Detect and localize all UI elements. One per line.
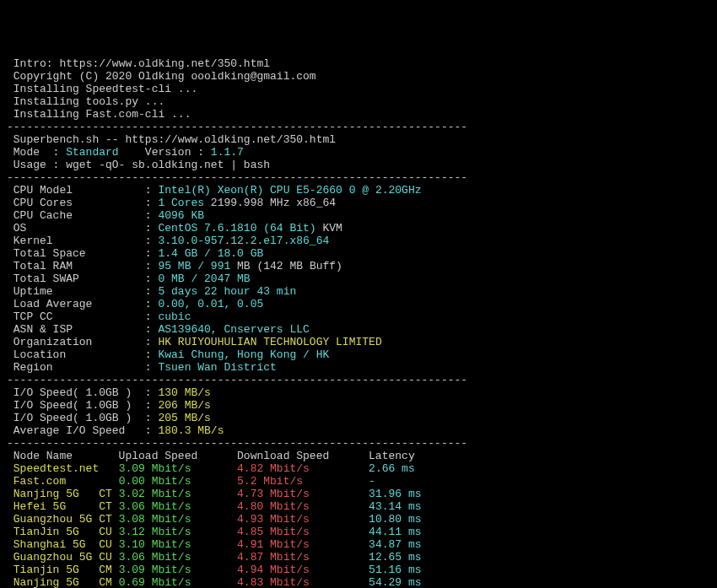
upload-speed: 3.06 Mbit/s (119, 500, 237, 513)
total-space-label: Total Space (7, 247, 138, 260)
download-speed: 4.91 Mbit/s (237, 538, 369, 551)
download-speed: 4.87 Mbit/s (237, 551, 369, 564)
colon: : (138, 285, 158, 298)
os-label: OS (7, 222, 138, 235)
node-name: Guangzhou 5G CT (7, 513, 119, 526)
separator: ----------------------------------------… (7, 374, 467, 386)
colon: : (138, 323, 158, 336)
copyright: Copyright (C) 2020 Oldking oooldking@gma… (7, 70, 316, 83)
colon: : (138, 260, 158, 272)
io-speed-avg-value: 180.3 MB/s (158, 424, 224, 437)
latency: 51.16 ms (369, 564, 421, 576)
io-speed-3-value: 205 MB/s (158, 412, 210, 424)
colon: : (132, 412, 158, 424)
download-speed: 4.82 Mbit/s (237, 462, 369, 475)
upload-speed: 3.09 Mbit/s (119, 462, 237, 475)
cpu-cores-extra: 2199.998 MHz x86_64 (204, 197, 336, 209)
load-avg-label: Load Average (7, 298, 138, 310)
download-speed: 4.85 Mbit/s (237, 526, 369, 538)
colon: : (138, 336, 158, 348)
asn-isp-value: AS139640, Cnservers LLC (158, 323, 309, 336)
org-value: HK RUIYOUHULIAN TECHNOLOGY LIMITED (158, 336, 381, 348)
total-ram-extra: MB (142 MB Buff) (230, 260, 342, 272)
separator: ----------------------------------------… (7, 121, 467, 133)
colon: : (138, 272, 158, 285)
upload-speed: 3.08 Mbit/s (119, 513, 237, 526)
latency: 12.65 ms (369, 551, 421, 564)
cpu-model-value: Intel(R) Xeon(R) CPU E5-2660 0 @ 2.20GHz (158, 184, 421, 197)
io-speed-1-label: I/O Speed( 1.0GB ) (7, 386, 132, 399)
separator: ----------------------------------------… (7, 171, 467, 184)
upload-speed: 3.09 Mbit/s (119, 564, 237, 576)
cpu-model-label: CPU Model (7, 184, 138, 197)
version-value: 1.1.7 (211, 146, 244, 159)
upload-speed: 3.02 Mbit/s (119, 488, 237, 500)
total-ram-label: Total RAM (7, 260, 138, 272)
kernel-label: Kernel (7, 235, 138, 247)
latency: 2.66 ms (369, 462, 415, 475)
colon: : (138, 247, 158, 260)
colon: : (132, 399, 158, 412)
install-line: Installing Speedtest-cli ... (7, 83, 197, 95)
mode-value: Standard (66, 146, 118, 159)
install-line: Installing tools.py ... (7, 95, 164, 108)
upload-speed: 0.69 Mbit/s (119, 576, 237, 588)
tcp-cc-label: TCP CC (7, 310, 138, 323)
colon: : (138, 209, 158, 222)
total-space-value: 1.4 GB / 18.0 GB (158, 247, 263, 260)
bench-title: Superbench.sh -- https://www.oldking.net… (7, 133, 336, 146)
colon: : (138, 184, 158, 197)
upload-speed: 3.10 Mbit/s (119, 538, 237, 551)
cpu-cores-label: CPU Cores (7, 197, 138, 209)
install-line: Installing Fast.com-cli ... (7, 108, 191, 121)
latency: 54.29 ms (369, 576, 421, 588)
download-speed: 4.73 Mbit/s (237, 488, 369, 500)
io-speed-3-label: I/O Speed( 1.0GB ) (7, 412, 132, 424)
colon: : (138, 197, 158, 209)
terminal-output: Intro: https://www.oldking.net/350.html … (7, 57, 710, 588)
net-header: Node Name Upload Speed Download Speed La… (7, 450, 415, 462)
upload-speed: 3.06 Mbit/s (119, 551, 237, 564)
colon: : (132, 424, 158, 437)
cpu-cache-value: 4096 KB (158, 209, 204, 222)
colon: : (132, 386, 158, 399)
location-label: Location (7, 348, 138, 361)
latency: 44.11 ms (369, 526, 421, 538)
latency: 43.14 ms (369, 500, 421, 513)
intro-label: Intro: (7, 57, 59, 70)
kernel-value: 3.10.0-957.12.2.el7.x86_64 (158, 235, 329, 247)
node-name: Hefei 5G CT (7, 500, 119, 513)
colon: : (138, 298, 158, 310)
io-speed-avg-label: Average I/O Speed (7, 424, 132, 437)
node-name: Nanjing 5G CM (7, 576, 119, 588)
region-label: Region (7, 361, 138, 374)
io-speed-1-value: 130 MB/s (158, 386, 210, 399)
os-value: CentOS 7.6.1810 (64 Bit) (158, 222, 315, 235)
colon: : (138, 222, 158, 235)
download-speed: 4.93 Mbit/s (237, 513, 369, 526)
location-value: Kwai Chung, Hong Kong / HK (158, 348, 329, 361)
colon: : (138, 361, 158, 374)
latency: 31.96 ms (369, 488, 421, 500)
node-name: Nanjing 5G CT (7, 488, 119, 500)
upload-speed: 0.00 Mbit/s (119, 475, 237, 488)
uptime-label: Uptime (7, 285, 138, 298)
load-avg-value: 0.00, 0.01, 0.05 (158, 298, 263, 310)
tcp-cc-value: cubic (158, 310, 191, 323)
total-swap-value: 0 MB / 2047 MB (158, 272, 250, 285)
uptime-value: 5 days 22 hour 43 min (158, 285, 296, 298)
usage: Usage : wget -qO- sb.oldking.net | bash (7, 159, 270, 171)
org-label: Organization (7, 336, 138, 348)
node-name: Tianjin 5G CM (7, 564, 119, 576)
download-speed: 4.83 Mbit/s (237, 576, 369, 588)
separator: ----------------------------------------… (7, 437, 467, 450)
asn-isp-label: ASN & ISP (7, 323, 138, 336)
latency: 10.80 ms (369, 513, 421, 526)
node-name: TianJin 5G CU (7, 526, 119, 538)
node-name: Speedtest.net (7, 462, 119, 475)
latency: - (369, 475, 375, 488)
node-name: Fast.com (7, 475, 119, 488)
version-label: Version : (119, 146, 211, 159)
total-ram-value: 95 MB / 991 (158, 260, 230, 272)
node-name: Guangzhou 5G CU (7, 551, 119, 564)
